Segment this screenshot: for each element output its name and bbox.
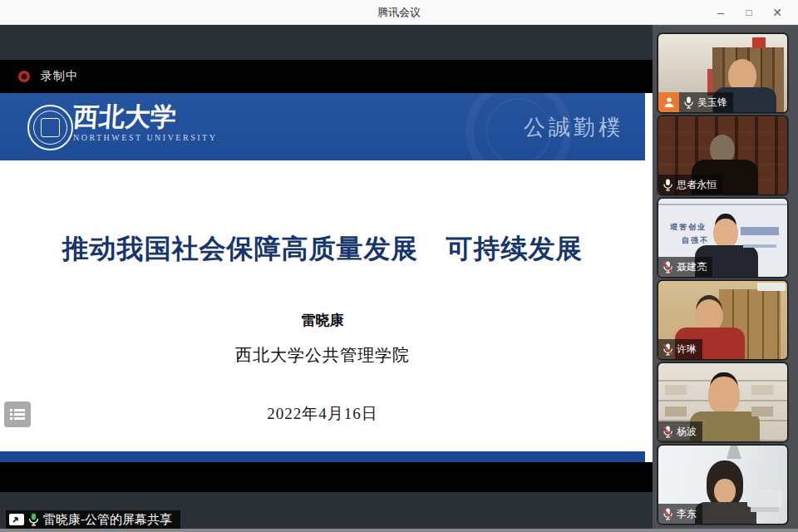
microphone-icon [663,179,673,191]
participant-video-sizheyongheng[interactable]: 思者永恒 [658,116,788,195]
minimize-button[interactable]: – [707,0,735,25]
microphone-muted-icon [663,261,673,273]
participant-name: 杨波 [677,425,697,439]
screen-share-icon [9,513,24,526]
screen-share-status: 雷晓康-公管的屏幕共享 [6,510,180,529]
presenter-affiliation: 西北大学公共管理学院 [0,344,645,367]
slide-footer-band [0,451,645,462]
microphone-muted-icon [663,508,673,520]
participant-video-lidong[interactable]: 李东 [658,445,788,525]
meeting-window: 腾讯会议 – □ ✕ 录制中 西北大学 NORTHWEST UNIVERSITY… [0,0,798,532]
participant-name: 吴玉锋 [697,96,727,110]
participant-name: 思者永恒 [677,178,717,192]
person-icon [663,96,675,108]
maximize-button[interactable]: □ [735,0,763,25]
record-dot-icon [18,71,30,82]
participant-video-xulin[interactable]: 许琳 [658,280,788,360]
screen-share-label: 雷晓康-公管的屏幕共享 [43,512,172,528]
microphone-muted-icon [663,426,673,438]
slide-list-toggle-button[interactable] [4,401,31,427]
close-button[interactable]: ✕ [763,0,791,25]
slide-title: 推动我国社会保障高质量发展 可持续发展 [0,231,645,268]
participant-name: 聂建亮 [677,260,707,274]
slide-list-icon [10,408,25,421]
slide-header-band: 西北大学 NORTHWEST UNIVERSITY 公誠勤樸 [0,93,645,160]
university-motto: 公誠勤樸 [524,113,623,142]
participant-video-yangbo[interactable]: 杨波 [658,362,788,442]
letterbox-top [0,25,653,60]
presentation-slide: 西北大学 NORTHWEST UNIVERSITY 公誠勤樸 推动我国社会保障高… [0,93,653,462]
slide-date: 2022年4月16日 [0,403,645,425]
window-bottom-edge [0,529,798,532]
participant-video-niejianliang[interactable]: 艰苦创业 自强不 聂建亮 [658,198,788,278]
shared-screen-area: 录制中 西北大学 NORTHWEST UNIVERSITY 公誠勤樸 推动我国社… [0,25,653,532]
university-name-en: NORTHWEST UNIVERSITY [73,133,217,142]
microphone-active-icon [28,513,39,526]
virtual-background-text: 艰苦创业 [670,222,707,233]
participant-name: 许琳 [677,342,697,357]
microphone-icon [683,96,694,109]
recording-label: 录制中 [41,69,78,84]
window-controls: – □ ✕ [707,0,791,25]
participant-name: 李东 [677,507,697,521]
presenter-badge [658,92,679,112]
university-seal-icon [27,105,73,150]
window-title: 腾讯会议 [0,5,798,20]
presenter-name: 雷晓康 [0,311,645,330]
recording-bar: 录制中 [0,60,653,93]
participant-video-wuyufeng[interactable]: 吴玉锋 [658,33,788,113]
title-bar: 腾讯会议 – □ ✕ [0,0,798,25]
participants-sidebar: 吴玉锋 思者永恒 [653,25,798,532]
university-name-cn: 西北大学 [72,100,241,135]
microphone-muted-icon [663,343,673,356]
